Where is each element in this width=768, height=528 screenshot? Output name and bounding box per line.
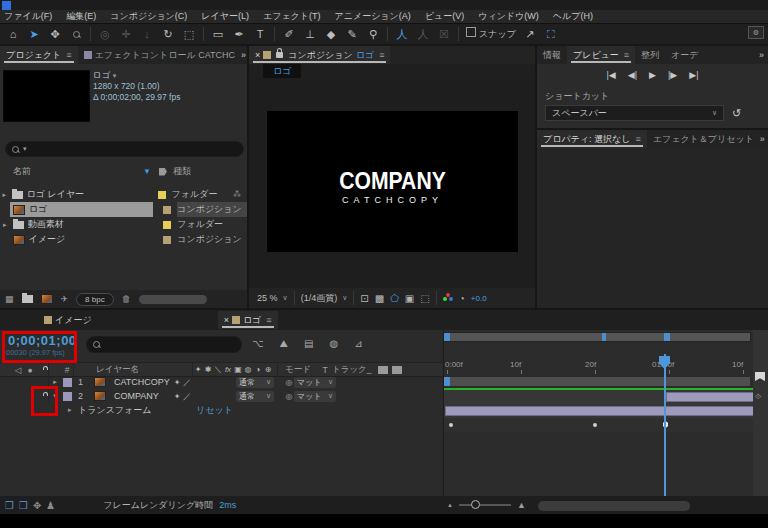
twirl-icon[interactable]: ▸ <box>49 378 61 386</box>
zoom-in-mountain-icon[interactable]: ▲ <box>517 500 526 510</box>
crop-region-icon[interactable]: ⬚ <box>420 293 429 304</box>
last-frame-button[interactable]: ▶| <box>689 70 698 80</box>
menu-composition[interactable]: コンポジション(C) <box>110 10 187 23</box>
puppet-pin-tool-icon[interactable]: ⚲ <box>366 28 380 41</box>
mask-visibility-icon[interactable]: ⬠ <box>390 293 399 304</box>
column-name[interactable]: 名前 <box>5 165 143 178</box>
menu-help[interactable]: ヘルプ(H) <box>553 10 593 23</box>
layer-row-company[interactable]: ▾ 2 COMPANY ✦ ／ 通常∨ ◎ マット∨ <box>0 389 443 403</box>
layer-name[interactable]: CATCHCOPY <box>114 377 170 387</box>
lock-icon[interactable] <box>276 52 283 58</box>
tab-effect-controls[interactable]: エフェクトコントロール CATCHC <box>78 46 241 64</box>
menu-edit[interactable]: 編集(E) <box>66 10 96 23</box>
adjustment-column-icon[interactable]: ◑ <box>253 365 263 374</box>
zoom-slider-knob[interactable] <box>471 500 480 509</box>
selection-bounds-icon[interactable]: ⛶ <box>544 28 558 41</box>
menu-window[interactable]: ウィンドウ(W) <box>478 10 539 23</box>
mode-column[interactable]: モード <box>278 364 318 376</box>
twirl-icon[interactable]: ▸ <box>0 221 10 229</box>
label-column-icon[interactable] <box>159 168 167 176</box>
link-column-icon[interactable] <box>392 366 402 374</box>
comp-marker-icon[interactable] <box>755 372 765 381</box>
layer-bar-company[interactable] <box>445 406 754 416</box>
timeline-search-input[interactable] <box>86 336 242 353</box>
panel-menu-icon[interactable]: ≡ <box>66 50 71 60</box>
quality-column-icon[interactable]: ＼ <box>213 364 223 375</box>
work-area-bar[interactable] <box>444 376 751 387</box>
preserve-transparency-column[interactable]: T <box>318 365 332 375</box>
new-folder-icon[interactable] <box>22 295 33 303</box>
draft-3d-icon[interactable]: ⛰ <box>280 338 288 350</box>
panel-menu-icon[interactable]: ≡ <box>624 50 629 60</box>
resolution-dropdown[interactable]: (1/4画質)∨ <box>301 292 348 305</box>
menu-animation[interactable]: アニメーション(A) <box>335 10 411 23</box>
first-frame-button[interactable]: |◀ <box>607 70 616 80</box>
breadcrumb[interactable]: ロゴ <box>263 64 301 79</box>
tab-project[interactable]: プロジェクト ≡ <box>0 46 78 64</box>
quality-switch[interactable]: ／ <box>182 377 192 388</box>
mini-flowchart-icon[interactable]: ⌥ <box>252 338 264 350</box>
motion-blur-column-icon[interactable]: ◍ <box>243 365 253 374</box>
collapse-switch[interactable]: ✦ <box>172 392 182 401</box>
tab-preview[interactable]: プレビュー ≡ <box>567 46 635 64</box>
playhead-line[interactable] <box>664 354 666 496</box>
timeline-time-area[interactable]: 0:00f 10f 20f 01:00f 10f <box>443 330 754 496</box>
rotation-tool-icon[interactable]: ↻ <box>161 28 175 41</box>
project-row-footage[interactable]: ▸ 動画素材 フォルダー <box>0 217 247 232</box>
panel-overflow-icon[interactable]: » <box>759 50 768 60</box>
pan-camera-tool-icon[interactable]: ✛ <box>119 28 133 41</box>
menu-layer[interactable]: レイヤー(L) <box>201 10 249 23</box>
orbit-camera-tool-icon[interactable]: ◎ <box>98 28 112 41</box>
expand-inout-icon[interactable]: ✥ <box>33 500 41 511</box>
home-icon[interactable]: ⌂ <box>6 28 20 40</box>
type-tool-icon[interactable]: T <box>253 28 267 40</box>
frame-blending-icon[interactable]: ◍ <box>329 338 338 350</box>
reset-link[interactable]: リセット <box>196 404 233 417</box>
track-matte-dropdown[interactable]: マット∨ <box>294 377 336 388</box>
transform-property-row[interactable]: ▸ トランスフォーム リセット <box>0 403 443 417</box>
label-swatch[interactable] <box>163 206 171 214</box>
layer-name[interactable]: COMPANY <box>114 391 159 401</box>
blend-mode-dropdown[interactable]: 通常∨ <box>236 377 274 388</box>
project-search-input[interactable]: ▾ <box>5 141 244 157</box>
new-composition-icon[interactable] <box>41 294 53 304</box>
transparency-grid-icon[interactable]: ▩ <box>375 293 384 304</box>
roto-brush-tool-icon[interactable]: ✎ <box>345 28 359 41</box>
label-swatch[interactable] <box>163 221 171 229</box>
navigator-start-handle[interactable] <box>444 333 450 341</box>
layer-track-catchcopy[interactable] <box>444 390 754 405</box>
menu-view[interactable]: ビュー(V) <box>425 10 464 23</box>
close-icon[interactable]: × <box>255 50 260 60</box>
expand-stretch-icon[interactable]: ♟ <box>46 500 55 511</box>
previous-frame-button[interactable]: ◀| <box>628 70 637 80</box>
track-matte-dropdown[interactable]: マット∨ <box>294 391 336 402</box>
layer-label-swatch[interactable] <box>63 378 72 387</box>
shape-tool-icon[interactable]: ▭ <box>211 28 225 41</box>
project-row-image[interactable]: イメージ コンポジション <box>0 232 247 247</box>
menu-effect[interactable]: エフェクト(T) <box>263 10 321 23</box>
clone-stamp-tool-icon[interactable]: ⊥ <box>303 28 317 41</box>
toolbar-options-icon[interactable]: ⚙ <box>748 26 764 39</box>
collapse-switch[interactable]: ✦ <box>172 378 182 387</box>
snap-checkbox[interactable]: スナップ <box>466 27 516 41</box>
zoom-out-mountain-icon[interactable]: ▲ <box>447 502 453 508</box>
region-of-interest-icon[interactable]: ▣ <box>405 293 414 304</box>
transform-label[interactable]: トランスフォーム <box>78 404 196 417</box>
exposure-value[interactable]: +0.0 <box>471 294 487 303</box>
project-row-logo[interactable]: ロゴ コンポジション <box>0 202 247 217</box>
hide-shy-layers-icon[interactable]: ▤ <box>304 338 313 350</box>
shortcut-dropdown[interactable]: スペースバー ∨ <box>545 105 724 121</box>
project-scrollbar[interactable] <box>139 295 207 304</box>
tab-align[interactable]: 整列 <box>635 46 665 64</box>
tab-info[interactable]: 情報 <box>537 46 567 64</box>
tab-composition-logo[interactable]: × コンポジション ロゴ ≡ <box>249 46 390 64</box>
keyframe-icon[interactable] <box>593 423 597 427</box>
shy-column-icon[interactable]: ✦ <box>193 365 203 374</box>
quality-switch[interactable]: ／ <box>182 391 192 402</box>
channel-icon[interactable] <box>443 293 453 303</box>
close-icon[interactable]: × <box>224 315 229 325</box>
tab-properties[interactable]: プロパティ: 選択なし ≡ <box>537 130 647 148</box>
panel-menu-icon[interactable]: ≡ <box>266 315 271 325</box>
panel-overflow-icon[interactable]: » <box>760 134 768 144</box>
track-matte-picker-icon[interactable]: ◎ <box>284 392 294 401</box>
